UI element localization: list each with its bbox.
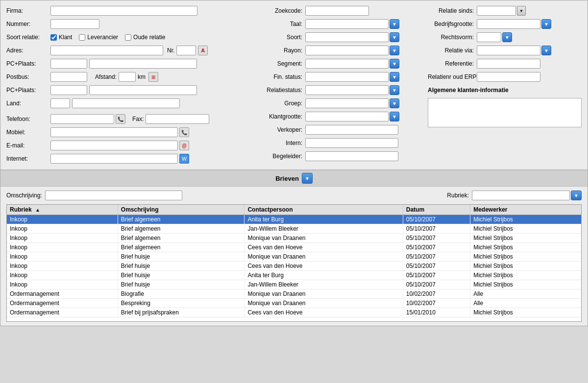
relatie-via-input[interactable]: Mond tot mond bbox=[477, 46, 540, 55]
cell-omschrijving: Brief huisje bbox=[118, 252, 245, 262]
groep-input[interactable]: Capacity Group bbox=[305, 98, 389, 108]
rayon-input[interactable]: West bbox=[305, 46, 389, 55]
internet-input[interactable]: www.capacity.nl bbox=[50, 154, 178, 164]
algemene-info-box[interactable] bbox=[428, 98, 582, 127]
table-row[interactable]: InkoopBrief huisjeMonique van Draanen05/… bbox=[7, 252, 581, 262]
pc-plaats1-label: PC+Plaats: bbox=[6, 60, 50, 67]
postbus-icon-btn[interactable]: ⊞ bbox=[148, 72, 158, 82]
brieven-bar: Brieven ▼ bbox=[0, 170, 588, 187]
table-row[interactable]: OrdermanagementBesprekingMonique van Dra… bbox=[7, 299, 581, 308]
groep-field: Capacity Group ▼ bbox=[305, 98, 399, 108]
table-row[interactable]: InkoopBrief algemeenCees van den Hoeve05… bbox=[7, 243, 581, 252]
telefoon-icon-btn[interactable]: 📞 bbox=[116, 114, 125, 124]
rubriek-filter-dropdown-btn[interactable]: ▼ bbox=[571, 191, 582, 200]
cell-rubriek: Inkoop bbox=[7, 252, 118, 262]
pc2-input[interactable]: 1021 NM bbox=[50, 85, 87, 95]
adres-icon-btn[interactable]: A bbox=[198, 46, 208, 55]
omschrijving-filter-input[interactable]: Brief algemeen bbox=[45, 191, 182, 200]
table-row[interactable]: InkoopBrief huisjeAnita ter Burg05/10/20… bbox=[7, 271, 581, 280]
land-code-input[interactable]: NL bbox=[50, 98, 70, 108]
cell-contactpersoon: Jan-Willem Bleeker bbox=[245, 280, 403, 289]
bedrijfsgrootte-dropdown-btn[interactable]: ▼ bbox=[541, 19, 551, 29]
brieven-table: Rubriek ▲ Omschrijving Contactpersoon Da… bbox=[7, 205, 581, 317]
brieven-dropdown-btn[interactable]: ▼ bbox=[302, 173, 313, 184]
relatienr-erp-input[interactable] bbox=[477, 72, 540, 82]
klantgrootte-input[interactable]: A-Klant bbox=[305, 112, 389, 121]
soort-dropdown-btn[interactable]: ▼ bbox=[390, 32, 399, 42]
pc1-input[interactable]: 1071 LB bbox=[50, 59, 87, 69]
relatie-sinds-cal-btn[interactable]: ▼ bbox=[517, 6, 526, 16]
cell-contactpersoon: Cees van den Hoeve bbox=[245, 243, 403, 252]
verkoper-input[interactable]: Robert Hartman bbox=[305, 125, 398, 135]
nummer-input[interactable]: 1035 bbox=[50, 19, 99, 29]
cell-contactpersoon: Monique van Draanen bbox=[245, 289, 403, 299]
oude-relatie-checkbox[interactable] bbox=[125, 34, 131, 41]
telefoon-input[interactable]: 020 671 10 00 bbox=[50, 114, 114, 124]
table-row[interactable]: InkoopBrief algemeenAnita ter Burg05/10/… bbox=[7, 215, 581, 224]
internet-icon-btn[interactable]: W bbox=[179, 154, 189, 164]
cell-omschrijving: Brief huisje bbox=[118, 280, 245, 289]
segment-input[interactable]: Automatisering bbox=[305, 59, 389, 69]
fax-input[interactable]: 020 671 10 01 bbox=[146, 114, 209, 124]
plaats2-input[interactable]: AMSTERDAM bbox=[89, 85, 197, 95]
mobiel-input[interactable]: 06 53 20 00 91 bbox=[50, 127, 178, 137]
fin-status-dropdown-btn[interactable]: ▼ bbox=[390, 72, 399, 82]
leverancier-checkbox[interactable] bbox=[79, 34, 85, 41]
relatie-via-row: Relatie via: Mond tot mond ▼ bbox=[428, 45, 582, 56]
table-row[interactable]: InkoopBrief algemeenJan-Willem Bleeker05… bbox=[7, 224, 581, 234]
cell-contactpersoon: Cees van den Hoeve bbox=[245, 262, 403, 271]
col-header-contactpersoon[interactable]: Contactpersoon bbox=[245, 205, 403, 215]
relatie-sinds-input[interactable]: 17-12-2003 bbox=[477, 6, 516, 16]
referentie-input[interactable]: 12345678 bbox=[477, 59, 540, 69]
taal-dropdown-btn[interactable]: ▼ bbox=[390, 19, 399, 29]
rechtsvorm-dropdown-btn[interactable]: ▼ bbox=[502, 32, 512, 42]
col-header-omschrijving[interactable]: Omschrijving bbox=[118, 205, 245, 215]
cell-omschrijving: Brief huisje bbox=[118, 271, 245, 280]
bedrijfsgrootte-field: 11 – 25 medewerkers ▼ bbox=[477, 19, 551, 29]
land-naam-input[interactable]: Nederland bbox=[72, 98, 180, 108]
relatiestatus-row: Relatiestatus: Goed ▼ bbox=[261, 85, 423, 96]
email-icon-btn[interactable]: @ bbox=[179, 141, 189, 150]
klant-checkbox[interactable] bbox=[50, 34, 57, 41]
groep-dropdown-btn[interactable]: ▼ bbox=[390, 98, 399, 108]
fin-status-input[interactable]: Goed bbox=[305, 72, 389, 82]
nr-input[interactable]: 6 bbox=[176, 46, 196, 55]
firma-input[interactable]: Capacity bbox=[50, 6, 197, 16]
verkoper-label: Verkoper: bbox=[261, 126, 305, 133]
relatienr-erp-row: Relatienr oud ERP: bbox=[428, 72, 582, 82]
rubriek-filter-input[interactable]: Inkoop bbox=[472, 191, 570, 200]
table-row[interactable]: InkoopBrief huisjeCees van den Hoeve05/1… bbox=[7, 262, 581, 271]
postbus-row: Postbus: 8541 Afstand: 25 km ⊞ bbox=[6, 72, 256, 82]
klantgrootte-dropdown-btn[interactable]: ▼ bbox=[390, 112, 399, 121]
rayon-dropdown-btn[interactable]: ▼ bbox=[390, 46, 399, 55]
intern-input[interactable]: Stefan Rijnsburger bbox=[305, 138, 398, 148]
plaats1-input[interactable]: AMSTERDAM bbox=[89, 59, 197, 69]
relatiestatus-input[interactable]: Goed bbox=[305, 85, 389, 95]
adres-input[interactable]: Wanningstraat bbox=[50, 46, 163, 55]
relatie-via-dropdown-btn[interactable]: ▼ bbox=[541, 46, 551, 55]
rechtsvorm-input[interactable]: BV bbox=[477, 32, 501, 42]
begeleider-label: Begeleider: bbox=[261, 153, 305, 160]
table-row[interactable]: OrdermanagementBiografieMonique van Draa… bbox=[7, 289, 581, 299]
email-label: E-mail: bbox=[6, 142, 50, 149]
cell-rubriek: Ordermanagement bbox=[7, 289, 118, 299]
table-row[interactable]: InkoopBrief algemeenMonique van Draanen0… bbox=[7, 234, 581, 243]
soort-input[interactable]: Klant bbox=[305, 32, 389, 42]
zoekcode-input[interactable]: CAP1 bbox=[305, 6, 369, 16]
email-input[interactable]: info@capacity.nl bbox=[50, 141, 178, 150]
segment-dropdown-btn[interactable]: ▼ bbox=[390, 59, 399, 69]
mobiel-icon-btn[interactable]: 📞 bbox=[179, 127, 189, 137]
postbus-input[interactable]: 8541 bbox=[50, 72, 87, 82]
relatiestatus-dropdown-btn[interactable]: ▼ bbox=[390, 85, 399, 95]
col-header-datum[interactable]: Datum bbox=[403, 205, 470, 215]
afstand-input[interactable]: 25 bbox=[119, 72, 136, 82]
internet-label: Internet: bbox=[6, 155, 50, 162]
begeleider-input[interactable]: Michiel Strijbos bbox=[305, 151, 398, 161]
bedrijfsgrootte-input[interactable]: 11 – 25 medewerkers bbox=[477, 19, 540, 29]
table-row[interactable]: InkoopBrief huisjeJan-Willem Bleeker05/1… bbox=[7, 280, 581, 289]
algemene-info-label: Algemene klanten-informatie bbox=[428, 87, 509, 94]
col-header-medewerker[interactable]: Medewerker bbox=[470, 205, 581, 215]
col-header-rubriek[interactable]: Rubriek ▲ bbox=[7, 205, 118, 215]
taal-input[interactable]: Nederlands bbox=[305, 19, 389, 29]
table-row[interactable]: OrdermanagementBrief bij prijsafsprakenC… bbox=[7, 308, 581, 317]
